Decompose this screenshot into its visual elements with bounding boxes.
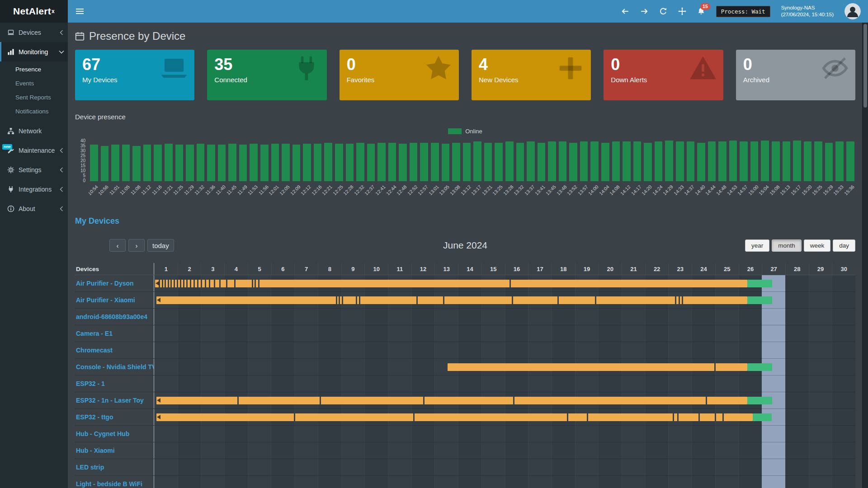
chart-bar-fill (303, 144, 311, 181)
view-button-week[interactable]: week (804, 239, 831, 252)
sidebar-item-devices[interactable]: Devices (0, 23, 68, 42)
x-tick: 11:08 (131, 181, 142, 205)
plug-icon (7, 186, 14, 193)
presence-gap (512, 296, 513, 304)
chart-bar-fill (207, 145, 215, 181)
presence-chart: 4035302520151050 (75, 138, 855, 181)
chart-bar-fill (292, 145, 301, 181)
device-timeline-lane (154, 426, 855, 442)
chart-bar (344, 138, 355, 181)
sidebar-item-network[interactable]: Network (0, 121, 68, 141)
forward-arrow-icon[interactable] (640, 7, 648, 15)
chart-bar (770, 138, 781, 181)
device-name-link[interactable]: Camera - E1 (75, 325, 154, 342)
chart-bar-fill (335, 144, 343, 181)
chart-bar (184, 138, 195, 181)
next-month-button[interactable]: › (128, 239, 145, 252)
x-tick: 11:05 (121, 181, 132, 205)
refresh-icon[interactable] (659, 7, 667, 15)
x-tick-label: 14:53 (726, 184, 738, 196)
presence-bar-recent[interactable] (747, 280, 772, 287)
stat-card-down-alerts[interactable]: 0Down Alerts (604, 50, 723, 100)
presence-gap (722, 413, 724, 421)
presence-bar-recent[interactable] (747, 296, 772, 304)
sidebar-item-monitoring[interactable]: Monitoring (0, 42, 68, 61)
today-button[interactable]: today (147, 239, 174, 252)
presence-gap (252, 280, 253, 287)
presence-gap (706, 397, 707, 404)
user-avatar[interactable] (844, 3, 861, 19)
sidebar-subitem-events[interactable]: Events (0, 76, 68, 90)
x-tick-label: 11:01 (108, 184, 120, 196)
day-header-17: 17 (528, 263, 552, 275)
device-name-link[interactable]: Console - Nvidia Shield TV (75, 359, 154, 375)
move-arrows-icon[interactable] (678, 7, 686, 15)
device-name-link[interactable]: Air Purifier - Xiaomi (75, 292, 154, 308)
chart-bar (419, 138, 429, 181)
stat-card-my-devices[interactable]: 67My Devices (75, 50, 194, 100)
chart-bar-fill (228, 144, 236, 181)
notifications-bell[interactable]: 15 (697, 7, 705, 15)
page-scrollbar[interactable] (862, 23, 868, 488)
x-tick-label: 11:08 (129, 184, 142, 196)
back-arrow-icon[interactable] (621, 7, 629, 15)
device-name-link[interactable]: ESP32 - 1n - Laser Toy (75, 392, 154, 408)
presence-bar-online[interactable] (155, 280, 748, 287)
view-button-day[interactable]: day (833, 239, 855, 252)
sidebar-item-integrations[interactable]: Integrations (0, 179, 68, 199)
chart-x-axis: 10:5410:5611:0111:0511:0811:1211:1611:21… (89, 181, 855, 205)
y-tick-label: 40 (80, 138, 85, 143)
presence-bar-online[interactable] (156, 296, 747, 304)
presence-bar-recent[interactable] (747, 397, 772, 404)
presence-bar-recent[interactable] (753, 413, 772, 421)
device-timeline-lane (154, 392, 855, 408)
x-tick-label: 14:04 (598, 184, 610, 196)
device-name-link[interactable]: Hub - Cygnet Hub (75, 426, 154, 442)
sidebar-item-maintenance[interactable]: newMaintenance (0, 141, 68, 160)
device-name-link[interactable]: ESP32 - ttgo (75, 409, 154, 425)
device-name-link[interactable]: ESP32 - 1 (75, 375, 154, 392)
view-button-year[interactable]: year (745, 239, 769, 252)
x-tick-label: 15:25 (811, 184, 823, 196)
x-tick-label: 12:16 (310, 184, 322, 196)
x-tick-label: 12:41 (374, 184, 387, 196)
chart-bar-fill (132, 146, 141, 181)
sidebar-subitem-presence[interactable]: Presence (0, 62, 68, 76)
stat-card-archived[interactable]: 0Archived (736, 50, 855, 100)
presence-bar-online[interactable] (156, 413, 752, 421)
sidebar-subitem-sent-reports[interactable]: Sent Reports (0, 90, 68, 104)
device-timeline-lane (154, 342, 855, 358)
stat-card-connected[interactable]: 35Connected (207, 50, 326, 100)
x-tick: 11:53 (248, 181, 259, 205)
device-name-link[interactable]: Hub - Xiaomi (75, 442, 154, 459)
chart-bar (696, 138, 707, 181)
view-button-month[interactable]: month (772, 239, 802, 252)
stat-card-favorites[interactable]: 0Favorites (340, 50, 459, 100)
sidebar-toggle-button[interactable] (68, 0, 91, 23)
sidebar-item-settings[interactable]: Settings (0, 160, 68, 179)
sidebar-subitem-notifications[interactable]: Notifications (0, 104, 68, 118)
device-name-link[interactable]: android-68608b93a00e4 (75, 309, 154, 325)
app-logo[interactable]: NetAlertx (0, 0, 68, 23)
x-tick-label: 12:57 (417, 184, 429, 196)
x-tick-label: 14:48 (715, 184, 727, 196)
sidebar-item-about[interactable]: About (0, 199, 68, 218)
device-name-link[interactable]: LED strip (75, 459, 154, 475)
presence-bar-online[interactable] (448, 363, 747, 371)
day-header-13: 13 (434, 263, 458, 275)
stat-card-new-devices[interactable]: 4New Devices (472, 50, 591, 100)
device-row: android-68608b93a00e4 (75, 309, 855, 325)
x-tick-label: 12:28 (342, 184, 354, 196)
device-name-link[interactable]: Chromecast (75, 342, 154, 358)
x-tick-label: 15:33 (832, 184, 844, 196)
calendar-header-row: Devices 12345678910111213141516171819202… (75, 263, 855, 275)
page-scrollbar-thumb[interactable] (863, 24, 867, 108)
host-name: Synology-NAS (781, 5, 834, 11)
device-name-link[interactable]: Air Purifier - Dyson (75, 275, 154, 291)
prev-month-button[interactable]: ‹ (109, 239, 126, 252)
presence-bar-recent[interactable] (747, 363, 772, 371)
device-name-link[interactable]: Light - bedside B WiFi (75, 476, 154, 488)
process-status[interactable]: Process: Wait (716, 6, 770, 17)
my-devices-heading[interactable]: My Devices (75, 216, 855, 226)
presence-bar-online[interactable] (156, 397, 747, 404)
